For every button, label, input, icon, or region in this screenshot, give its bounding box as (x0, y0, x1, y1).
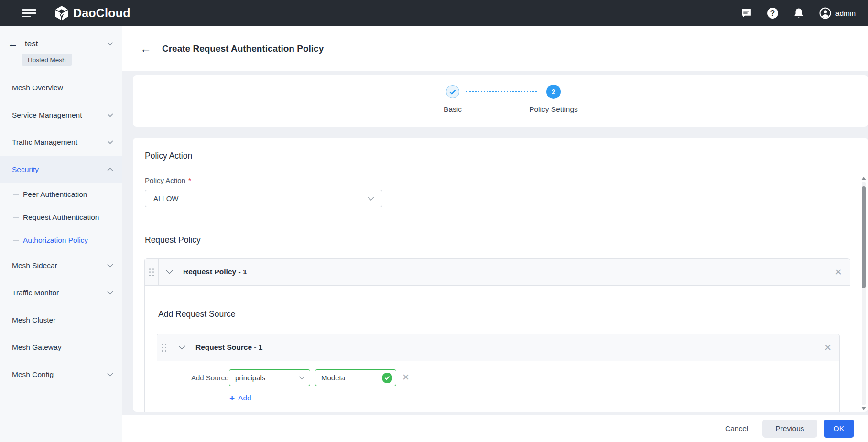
avatar-icon (819, 7, 831, 19)
request-policy-heading: Request Policy (145, 235, 201, 245)
source-key-value: principals (229, 374, 265, 382)
dash-icon (13, 240, 19, 241)
request-source-panel-title: Request Source - 1 (195, 343, 262, 352)
sidebar-item-label: Mesh Gateway (12, 343, 61, 352)
sidebar-item-mesh-overview[interactable]: Mesh Overview (0, 74, 122, 101)
sidebar-item-label: Mesh Sidecar (12, 261, 57, 270)
policy-action-select[interactable]: ALLOW (145, 190, 382, 207)
daocloud-cube-icon (54, 5, 69, 22)
sidebar-item-label: Authorization Policy (23, 236, 88, 245)
policy-settings-form: Policy Action Policy Action* ALLOW Reque… (133, 138, 868, 412)
sidebar-item-mesh-config[interactable]: Mesh Config (0, 361, 122, 388)
sidebar-item-label: Mesh Config (12, 370, 54, 379)
request-source-panel-header: Request Source - 1 ✕ (157, 334, 839, 361)
add-label: Add (238, 394, 251, 402)
sidebar-back-icon[interactable]: ← (8, 39, 18, 49)
cancel-button[interactable]: Cancel (720, 420, 753, 437)
add-source-label: Add Source* (191, 374, 234, 382)
back-icon[interactable]: ← (140, 42, 152, 55)
sidebar: ← test Hosted Mesh Mesh Overview Service… (0, 26, 122, 442)
remove-source-icon[interactable]: ✕ (402, 373, 410, 382)
scroll-up-icon[interactable] (861, 177, 866, 180)
dash-icon (13, 217, 19, 218)
step-basic-done-icon[interactable] (446, 85, 459, 98)
sidebar-item-service-management[interactable]: Service Management (0, 101, 122, 129)
request-policy-panel-title: Request Policy - 1 (183, 268, 247, 276)
add-source-button[interactable]: + Add (229, 393, 251, 402)
sidebar-item-label: Mesh Cluster (12, 316, 55, 324)
add-request-source-heading: Add Request Source (158, 309, 236, 319)
topbar-actions: ? admin (740, 7, 868, 19)
source-key-select[interactable]: principals (229, 369, 310, 386)
chevron-down-icon (107, 140, 113, 144)
step-policy-settings-label[interactable]: Policy Settings (518, 105, 589, 114)
scrollbar-thumb[interactable] (862, 186, 866, 288)
chevron-down-icon (299, 376, 305, 380)
sidebar-item-security[interactable]: Security (0, 156, 122, 183)
drag-handle-icon[interactable] (157, 334, 171, 361)
mesh-selector: ← test (0, 26, 122, 49)
chevron-down-icon[interactable] (107, 42, 113, 46)
sidebar-item-peer-authentication[interactable]: Peer Authentication (0, 183, 122, 206)
request-policy-panel-header: Request Policy - 1 ✕ (145, 259, 850, 286)
mesh-name[interactable]: test (25, 39, 38, 49)
chevron-down-icon (107, 373, 113, 377)
page-title: Create Request Authentication Policy (162, 43, 324, 54)
policy-action-label: Policy Action* (145, 176, 191, 184)
close-icon[interactable]: ✕ (824, 343, 832, 352)
form-footer: Cancel Previous OK (122, 415, 868, 442)
app-window: DaoCloud ? admin ← test (0, 0, 868, 442)
page-header: ← Create Request Authentication Policy (122, 26, 868, 71)
sidebar-item-request-authentication[interactable]: Request Authentication (0, 206, 122, 229)
sidebar-item-label: Security (12, 165, 39, 174)
policy-action-value: ALLOW (145, 194, 179, 203)
sidebar-item-traffic-monitor[interactable]: Traffic Monitor (0, 279, 122, 306)
svg-text:?: ? (770, 9, 775, 17)
request-source-panel: Request Source - 1 ✕ Add Source* princip… (157, 334, 840, 412)
chevron-up-icon (107, 168, 113, 172)
source-value-field (315, 369, 396, 386)
sidebar-item-label: Peer Authentication (23, 190, 87, 199)
scroll-down-icon[interactable] (861, 407, 866, 410)
sidebar-item-mesh-gateway[interactable]: Mesh Gateway (0, 334, 122, 361)
brand-name: DaoCloud (73, 6, 130, 20)
collapse-chevron-icon[interactable] (166, 270, 173, 274)
policy-action-heading: Policy Action (145, 151, 192, 161)
dash-icon (13, 194, 19, 195)
stepper: 2 Basic Policy Settings (133, 75, 868, 127)
menu-icon[interactable] (22, 7, 36, 19)
bell-icon[interactable] (793, 7, 805, 19)
sidebar-item-mesh-sidecar[interactable]: Mesh Sidecar (0, 252, 122, 279)
sidebar-item-label: Service Management (12, 111, 82, 119)
sidebar-item-mesh-cluster[interactable]: Mesh Cluster (0, 306, 122, 334)
sidebar-item-traffic-management[interactable]: Traffic Management (0, 129, 122, 156)
chat-icon[interactable] (740, 7, 752, 19)
required-mark: * (188, 176, 191, 184)
user-menu[interactable]: admin (819, 7, 856, 19)
sidebar-item-label: Traffic Monitor (12, 289, 59, 297)
chevron-down-icon (107, 291, 113, 295)
chevron-down-icon (368, 196, 374, 201)
sidebar-item-label: Mesh Overview (12, 84, 63, 92)
request-policy-panel: Request Policy - 1 ✕ Add Request Source … (144, 258, 850, 412)
sidebar-item-authorization-policy[interactable]: Authorization Policy (0, 229, 122, 252)
collapse-chevron-icon[interactable] (178, 345, 185, 350)
step-policy-settings-badge[interactable]: 2 (546, 85, 561, 99)
scrollbar (860, 175, 867, 412)
valid-check-icon (382, 373, 392, 383)
chevron-down-icon (107, 113, 113, 117)
username: admin (835, 9, 856, 18)
ok-button[interactable]: OK (824, 420, 854, 438)
source-value-input[interactable] (315, 374, 372, 382)
topbar: DaoCloud ? admin (0, 0, 868, 26)
brand-logo[interactable]: DaoCloud (54, 5, 130, 22)
sidebar-item-label: Traffic Management (12, 138, 77, 147)
close-icon[interactable]: ✕ (835, 268, 842, 277)
drag-handle-icon[interactable] (145, 259, 159, 285)
sidebar-item-label: Request Authentication (23, 213, 99, 222)
step-basic-label[interactable]: Basic (417, 105, 488, 114)
previous-button[interactable]: Previous (762, 420, 817, 438)
hosted-mesh-badge: Hosted Mesh (22, 54, 72, 66)
help-icon[interactable]: ? (767, 7, 779, 19)
stepper-connector (466, 91, 537, 92)
